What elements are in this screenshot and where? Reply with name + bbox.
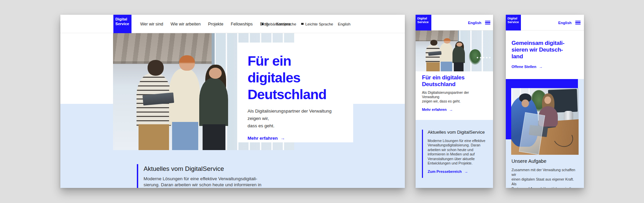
header-meta-links: Gebärdensprache Leichte Sprache English (261, 15, 351, 33)
mission-section: Unsere Aufgabe Zusammen mit der Verwaltu… (512, 158, 579, 188)
hero-text-section: Für ein digitalesDeutschland Als Digital… (416, 71, 493, 120)
news-heading: Aktuelles vom DigitalService (428, 130, 485, 135)
blue-accent-bar (137, 164, 138, 188)
photo-person (457, 43, 462, 47)
nav-item-projekte[interactable]: Projekte (208, 22, 223, 26)
hamburger-menu-icon[interactable] (575, 21, 581, 24)
photo-person (209, 68, 222, 79)
sign-language-label: Gebärdensprache (265, 22, 296, 26)
header-meta-links: English (468, 15, 490, 30)
zum-pressebereich-link[interactable]: Zum Pressebereich → (428, 170, 468, 174)
photo-person (444, 38, 450, 44)
photo-glass-dots (476, 57, 491, 59)
easy-language-link[interactable]: Leichte Sprache (301, 22, 333, 26)
hero-title: Für ein digitalesDeutschland (422, 74, 487, 87)
arrow-right-icon: → (449, 108, 453, 112)
easy-language-label: Leichte Sprache (305, 22, 333, 26)
site-header: Digital Service English (416, 15, 493, 30)
arrow-right-icon: → (280, 136, 285, 141)
offene-stellen-link[interactable]: Offene Stellen → (512, 65, 543, 69)
hero-team-photo (416, 30, 493, 71)
digitalservice-logo[interactable]: Digital Service (416, 15, 431, 30)
site-header: Digital Service English (506, 15, 584, 30)
photo-person (179, 55, 195, 70)
hero-body: Als Digitalisierungspartner der Verwaltu… (422, 90, 487, 103)
news-body: Moderne Lösungen für eine effektive Verw… (144, 176, 266, 188)
blue-accent-bar (422, 130, 423, 178)
sign-language-link[interactable]: Gebärdensprache (261, 22, 296, 26)
photo-person (430, 40, 437, 45)
news-heading: Aktuelles vom DigitalService (144, 165, 266, 173)
sign-language-icon (261, 22, 264, 25)
language-switch[interactable]: English (558, 21, 572, 25)
hero-text-card: Für eindigitalesDeutschland Als Digitali… (237, 43, 353, 142)
desktop-viewport-card: Digital Service Wer wir sind Wie wir arb… (60, 15, 405, 188)
digitalservice-logo[interactable]: Digital Service (506, 15, 521, 30)
logo-line-1: Digital (115, 17, 129, 22)
hero-title: Für eindigitalesDeutschland (248, 53, 343, 103)
hero-title: Gemeinsam digitali-sieren wir Deutsch-la… (512, 40, 579, 60)
language-label: English (338, 22, 351, 26)
photo-person (522, 99, 529, 107)
logo-line-2: Service (115, 22, 129, 26)
mehr-erfahren-link[interactable]: Mehr erfahren → (422, 108, 453, 112)
mobile-viewport-card: Digital Service English Gemeinsam digita… (506, 15, 584, 188)
arrow-right-icon: → (539, 65, 543, 69)
language-switch[interactable]: English (338, 22, 351, 26)
mission-desk-photo (511, 88, 579, 155)
photo-person (148, 60, 164, 76)
nav-item-fellowships[interactable]: Fellowships (231, 22, 253, 26)
news-body: Moderne Lösungen für eine effektiveVerwa… (428, 139, 485, 165)
nav-item-wie-wir-arbeiten[interactable]: Wie wir arbeiten (171, 22, 201, 26)
nav-item-wer-wir-sind[interactable]: Wer wir sind (140, 22, 163, 26)
arrow-right-icon: → (465, 170, 468, 174)
responsive-preview-canvas: Digital Service Wer wir sind Wie wir arb… (0, 0, 644, 203)
mission-body: Zusammen mit der Verwaltung schaffen wir… (512, 167, 579, 188)
hero-text-section: Gemeinsam digitali-sieren wir Deutsch-la… (506, 30, 584, 79)
tablet-viewport-card: Digital Service English Für ein digitale… (416, 15, 493, 188)
digitalservice-logo[interactable]: Digital Service (113, 15, 131, 33)
photo-person (544, 96, 551, 104)
news-section-background: Aktuelles vom DigitalService Moderne Lös… (416, 120, 493, 188)
mission-heading: Unsere Aufgabe (512, 158, 579, 164)
easy-language-icon (301, 22, 304, 25)
news-section: Aktuelles vom DigitalService Moderne Lös… (422, 130, 485, 178)
hero-body: Als Digitalisierungspartner der Verwaltu… (248, 108, 343, 130)
header-meta-links: English (558, 15, 581, 30)
hamburger-menu-icon[interactable] (485, 21, 490, 24)
site-header: Digital Service Wer wir sind Wie wir arb… (60, 15, 405, 33)
news-section: Aktuelles vom DigitalService Moderne Lös… (137, 164, 266, 188)
language-switch[interactable]: English (468, 21, 481, 25)
mehr-erfahren-link[interactable]: Mehr erfahren → (248, 136, 285, 141)
